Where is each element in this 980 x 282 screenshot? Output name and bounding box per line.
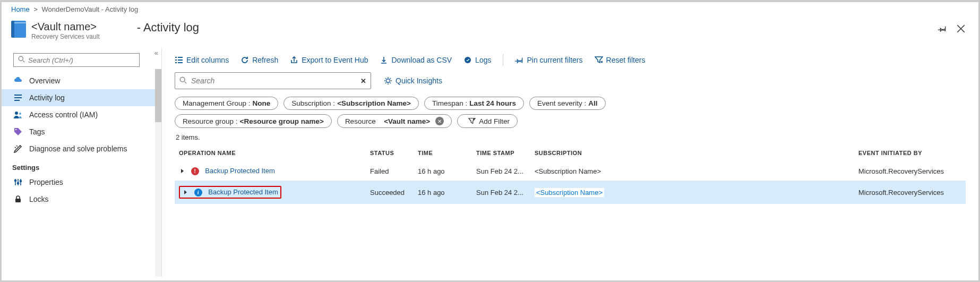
page-title: <Vault name>: [31, 21, 100, 33]
operation-link[interactable]: Backup Protected Item: [208, 188, 278, 196]
logs-button[interactable]: Logs: [463, 56, 491, 64]
pin-icon[interactable]: [938, 24, 947, 35]
breadcrumb-sep: >: [33, 5, 38, 13]
sidebar-item-overview[interactable]: Overview: [2, 72, 161, 89]
col-initiated[interactable]: Event initiated by: [854, 144, 966, 161]
sidebar: « Overview Activity log Access control (…: [2, 48, 162, 277]
svg-point-18: [180, 77, 185, 82]
page-header: <Vault name> Recovery Services vault - A…: [2, 16, 978, 48]
col-operation[interactable]: Operation name: [175, 144, 366, 161]
sidebar-search-input[interactable]: [28, 56, 135, 64]
col-time[interactable]: Time: [414, 144, 472, 161]
col-status[interactable]: Status: [366, 144, 414, 161]
filter-event-severity[interactable]: Event severity : All: [529, 97, 606, 110]
svg-rect-13: [175, 62, 177, 63]
sidebar-item-access-control[interactable]: Access control (IAM): [2, 106, 161, 123]
svg-rect-16: [178, 62, 183, 63]
sidebar-item-locks[interactable]: Locks: [2, 191, 161, 208]
sidebar-search[interactable]: [13, 53, 140, 67]
add-filter-button[interactable]: Add Filter: [457, 114, 518, 128]
cell-initiated: Microsoft.RecoveryServices: [854, 161, 966, 181]
item-count: 2 items.: [176, 133, 965, 141]
filter-timespan[interactable]: Timespan : Last 24 hours: [424, 97, 524, 110]
filter-management-group[interactable]: Management Group : None: [175, 97, 278, 110]
filter-value: <Vault name>: [384, 117, 430, 125]
toolbar: Edit columns Refresh Export to Event Hub…: [175, 52, 966, 72]
svg-rect-11: [175, 57, 177, 58]
svg-point-19: [386, 79, 390, 83]
svg-point-8: [18, 183, 19, 184]
pin-filters-button[interactable]: Pin current filters: [515, 56, 582, 64]
sidebar-collapse-icon[interactable]: «: [154, 49, 158, 57]
sidebar-item-diagnose[interactable]: Diagnose and solve problems: [2, 140, 161, 157]
download-button[interactable]: Download as CSV: [380, 56, 452, 64]
col-subscription[interactable]: Subscription: [530, 144, 854, 161]
main-content: Edit columns Refresh Export to Event Hub…: [162, 48, 978, 277]
col-timestamp[interactable]: Time stamp: [472, 144, 530, 161]
filter-value: All: [588, 99, 597, 107]
sidebar-item-properties[interactable]: Properties: [2, 174, 161, 191]
cell-status: Failed: [366, 161, 414, 181]
highlight-annotation: i Backup Protected Item: [179, 186, 281, 199]
toolbar-divider: [503, 54, 503, 66]
cell-time: 16 h ago: [414, 181, 472, 204]
table-row[interactable]: ! Backup Protected Item Failed 16 h ago …: [175, 161, 966, 181]
svg-rect-12: [175, 59, 177, 61]
filter-pills: Management Group : None Subscription : <…: [175, 97, 966, 110]
pin-filters-label: Pin current filters: [527, 56, 582, 64]
cell-initiated: Microsoft.RecoveryServices: [854, 181, 966, 204]
sidebar-item-label: Diagnose and solve problems: [29, 144, 127, 153]
filter-resource-group[interactable]: Resource group : <Resource group name>: [175, 114, 332, 128]
export-label: Export to Event Hub: [302, 56, 368, 64]
page-section-title: - Activity log: [137, 21, 199, 35]
sidebar-item-activity-log[interactable]: Activity log: [2, 89, 161, 106]
table-row[interactable]: i Backup Protected Item Succeeded 16 h a…: [175, 181, 966, 204]
quick-insights-button[interactable]: Quick Insights: [384, 76, 442, 85]
operation-link[interactable]: Backup Protected Item: [205, 167, 275, 175]
main-search-input[interactable]: [191, 76, 360, 85]
subscription-link[interactable]: <Subscription Name>: [535, 188, 604, 197]
add-filter-label: Add Filter: [479, 117, 510, 125]
filter-value: None: [253, 99, 271, 107]
export-button[interactable]: Export to Event Hub: [290, 56, 368, 64]
sidebar-item-tags[interactable]: Tags: [2, 123, 161, 140]
close-icon[interactable]: [956, 24, 966, 35]
edit-columns-button[interactable]: Edit columns: [175, 56, 229, 64]
cell-time: 16 h ago: [414, 161, 472, 181]
breadcrumb-home[interactable]: Home: [11, 5, 30, 13]
svg-point-7: [15, 180, 16, 182]
cell-status: Succeeded: [366, 181, 414, 204]
svg-point-9: [20, 181, 22, 182]
filter-value: Last 24 hours: [469, 99, 516, 107]
reset-filters-button[interactable]: Reset filters: [595, 56, 646, 64]
expand-icon[interactable]: [181, 169, 184, 173]
cell-subscription: <Subscription Name>: [530, 181, 854, 204]
remove-filter-icon[interactable]: ✕: [435, 117, 444, 125]
filter-subscription[interactable]: Subscription : <Subscription Name>: [283, 97, 419, 110]
cell-subscription: <Subscription Name>: [530, 161, 854, 181]
filter-resource[interactable]: Resource <Vault name> ✕: [337, 114, 452, 128]
refresh-button[interactable]: Refresh: [240, 56, 278, 64]
main-search[interactable]: ✕: [175, 72, 371, 89]
status-error-icon: !: [191, 167, 199, 175]
sidebar-scrollbar[interactable]: [155, 69, 161, 277]
diagnose-icon: [13, 144, 23, 153]
reset-filters-label: Reset filters: [606, 56, 646, 64]
activity-table: Operation name Status Time Time stamp Su…: [175, 144, 966, 204]
tags-icon: [13, 127, 23, 136]
expand-icon[interactable]: [184, 190, 187, 194]
vault-icon: [11, 21, 26, 38]
filter-pills-row2: Resource group : <Resource group name> R…: [175, 114, 966, 128]
filter-label: Resource group :: [183, 117, 238, 125]
cell-timestamp: Sun Feb 24 2...: [472, 181, 530, 204]
download-label: Download as CSV: [391, 56, 452, 64]
sidebar-item-label: Overview: [29, 76, 60, 85]
locks-icon: [13, 195, 23, 203]
filter-label: Timespan :: [432, 99, 467, 107]
overview-icon: [13, 76, 23, 85]
activity-log-icon: [13, 93, 23, 102]
clear-search-icon[interactable]: ✕: [360, 77, 366, 85]
svg-rect-3: [14, 100, 20, 101]
quick-insights-label: Quick Insights: [396, 76, 442, 85]
svg-point-5: [19, 113, 21, 115]
